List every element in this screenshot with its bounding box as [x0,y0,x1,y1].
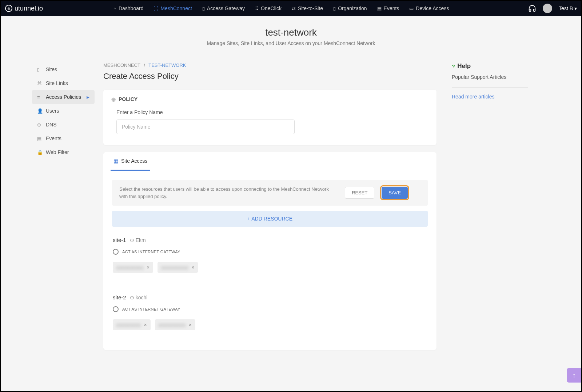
sidebar-item-sites[interactable]: ▯Sites [32,62,95,76]
site-header: site-2 ⊙kochi [113,294,427,300]
nav-dashboard[interactable]: ⌂Dashboard [108,1,148,16]
site-name: site-1 [113,237,126,243]
top-navigation: ⊕ utunnel.io ⌂Dashboard ⛶MeshConnect ▯Ac… [1,1,581,16]
help-title: ? Help [452,62,550,70]
site-block-1: site-1 ⊙Ekm ACT AS INTERNET GATEWAY xxxx… [112,237,428,284]
policy-card-body: Enter a Policy Name [103,102,436,145]
nav-organization[interactable]: ▯Organization [328,1,372,16]
sidebar-item-users[interactable]: 👤Users [32,104,95,118]
mesh-icon: ⛶ [154,6,158,11]
content-title: Create Access Policy [103,72,436,81]
tab-site-access[interactable]: ▦ Site Access [111,152,150,171]
save-button[interactable]: SAVE [382,187,408,199]
page-header: test-network Manage Sites, Site Links, a… [1,16,581,55]
gateway-radio[interactable] [113,306,119,312]
help-icon: ? [452,63,455,69]
sidebar-item-web-filter[interactable]: 🔒Web Filter [32,145,95,159]
nav-site-to-site[interactable]: ⇄Site-to-Site [287,1,328,16]
tabs: ▦ Site Access [103,152,436,171]
nav-access-gateway[interactable]: ▯Access Gateway [197,1,250,16]
info-box: Select the resources that users will be … [112,180,428,206]
arrow-up-icon: ↑ [572,371,576,380]
sidebar-item-events[interactable]: ▤Events [32,132,95,145]
help-panel: ? Help Popular Support Articles Read mor… [441,62,550,357]
sidebar-item-access-policies[interactable]: ≡Access Policies▶ [32,90,95,104]
nav-device-access[interactable]: ▭Device Access [404,1,454,16]
avatar[interactable] [543,4,552,13]
nav-items: ⌂Dashboard ⛶MeshConnect ▯Access Gateway … [108,1,454,16]
nav-right: Test B▾ [528,4,577,13]
help-subtitle: Popular Support Articles [452,74,550,80]
page-subtitle: Manage Sites, Site Links, and User Acces… [1,40,581,46]
sitetosite-icon: ⇄ [292,6,296,11]
breadcrumb: MESHCONNECT / TEST-NETWORK [103,62,436,68]
close-icon[interactable]: × [147,264,150,270]
gateway-radio[interactable] [113,249,119,255]
org-icon: ▯ [333,6,336,11]
resource-tag: xxxxxxxxxx× [158,262,198,273]
resource-tag: xxxxxxxxxx× [113,262,153,273]
gateway-label: ACT AS INTERNET GATEWAY [122,250,180,254]
nav-meshconnect[interactable]: ⛶MeshConnect [148,1,197,16]
location-icon: ⊙ [130,237,134,243]
site-location: ⊙kochi [130,295,148,300]
logo-text: utunnel.io [15,5,43,12]
close-icon[interactable]: × [191,264,194,270]
oneclick-icon: ⠿ [255,6,259,11]
support-icon[interactable] [528,4,536,12]
resource-tags: xxxxxxxxx× xxxxxxxxxx× [113,319,427,330]
policy-name-input[interactable] [116,120,295,134]
gateway-row: ACT AS INTERNET GATEWAY [113,249,427,255]
resource-tags: xxxxxxxxxx× xxxxxxxxxx× [113,262,427,273]
grid-icon: ▦ [113,158,118,164]
user-menu[interactable]: Test B▾ [559,5,577,11]
filter-icon: 🔒 [37,150,42,155]
close-icon[interactable]: × [189,322,192,328]
nav-events[interactable]: ▤Events [372,1,404,16]
scroll-to-top-button[interactable]: ↑ [567,368,581,383]
content: MESHCONNECT / TEST-NETWORK Create Access… [99,62,441,357]
nav-oneclick[interactable]: ⠿OneClick [250,1,287,16]
resource-tag: xxxxxxxxx× [113,319,151,330]
events-icon: ▤ [377,6,382,11]
reset-button[interactable]: RESET [345,187,374,199]
main-layout: ▯Sites ⌘Site Links ≡Access Policies▶ 👤Us… [1,55,581,357]
close-icon[interactable]: × [144,322,147,328]
sidebar: ▯Sites ⌘Site Links ≡Access Policies▶ 👤Us… [1,62,99,357]
page-title: test-network [1,27,581,38]
policy-card-header: ◉ POLICY [103,90,436,102]
add-resource-button[interactable]: + ADD RESOURCE [112,211,428,227]
location-icon: ⊙ [130,295,134,300]
resource-tag: xxxxxxxxxx× [155,319,195,330]
home-icon: ⌂ [113,6,116,11]
gateway-label: ACT AS INTERNET GATEWAY [122,307,180,311]
chevron-down-icon: ▾ [574,5,577,11]
gateway-icon: ▯ [202,6,205,11]
breadcrumb-current[interactable]: TEST-NETWORK [148,62,186,68]
info-text: Select the resources that users will be … [119,186,338,200]
breadcrumb-root[interactable]: MESHCONNECT [103,62,140,68]
sidebar-item-site-links[interactable]: ⌘Site Links [32,76,95,90]
site-location: ⊙Ekm [130,237,146,243]
site-name: site-2 [113,294,126,300]
events-sidebar-icon: ▤ [37,136,42,141]
gateway-row: ACT AS INTERNET GATEWAY [113,306,427,312]
sites-icon: ▯ [37,67,42,72]
policy-card: ◉ POLICY Enter a Policy Name [103,90,436,145]
site-block-2: site-2 ⊙kochi ACT AS INTERNET GATEWAY xx… [112,294,428,341]
policy-name-label: Enter a Policy Name [116,109,423,115]
help-read-more-link[interactable]: Read more articles [452,94,495,100]
dns-icon: ⊕ [37,122,42,128]
logo-icon: ⊕ [5,5,12,12]
policies-icon: ≡ [37,94,42,100]
links-icon: ⌘ [37,81,42,86]
help-divider [452,87,528,88]
site-access-card: ▦ Site Access Select the resources that … [103,152,436,350]
users-icon: 👤 [37,108,42,114]
sidebar-item-dns[interactable]: ⊕DNS [32,118,95,132]
chevron-right-icon: ▶ [87,95,89,99]
site-access-body: Select the resources that users will be … [103,171,436,350]
site-header: site-1 ⊙Ekm [113,237,427,243]
logo[interactable]: ⊕ utunnel.io [5,5,43,12]
breadcrumb-separator: / [144,62,145,68]
